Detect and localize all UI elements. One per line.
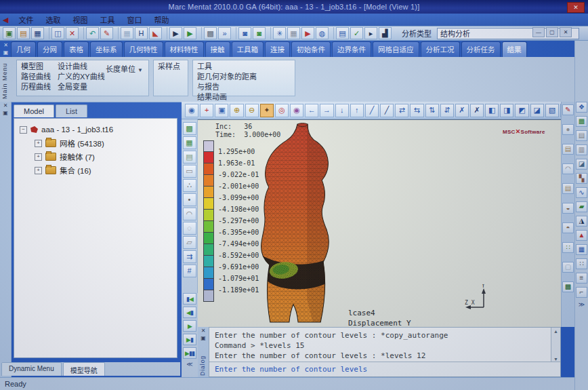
tree-item-集合[interactable]: +集合 (16) xyxy=(14,163,177,177)
rewind-button[interactable]: ▮◀ xyxy=(183,293,196,305)
plot-curves-icon[interactable]: ◠ xyxy=(183,208,196,220)
layers-tool-icon[interactable]: ▰ xyxy=(576,201,587,212)
tree-root-row[interactable]: − aaa - 13 - 1_job3.t16 xyxy=(14,123,177,136)
select-face-icon[interactable]: ▶ xyxy=(184,27,196,39)
pan-up-icon[interactable]: ↑ xyxy=(350,104,364,117)
expand-icon[interactable]: + xyxy=(35,167,42,174)
cube-tool-icon[interactable]: ◪ xyxy=(576,159,587,170)
pin-icon[interactable]: ▣ xyxy=(0,109,11,117)
panel-tab-list[interactable]: List xyxy=(56,104,87,117)
vector-mode-icon[interactable]: » xyxy=(218,27,231,39)
redo-sketch-icon[interactable]: ✎ xyxy=(562,104,574,115)
wedge-tool-icon[interactable]: ◮ xyxy=(576,216,587,227)
arc-tool-icon[interactable]: ◠ xyxy=(562,163,574,174)
ribbon-item-距几何对象的距离[interactable]: 距几何对象的距离 xyxy=(197,72,257,82)
search-icon[interactable]: ◍ xyxy=(316,27,329,39)
view-iso4-icon[interactable]: ◪ xyxy=(530,104,544,117)
ribbon-item-全局变量[interactable]: 全局变量 xyxy=(58,82,105,92)
menu-item-选取[interactable]: 选取 xyxy=(39,14,66,26)
tab-材料特性[interactable]: 材料特性 xyxy=(165,41,204,57)
rotate-y-pos-icon[interactable]: ⇅ xyxy=(425,104,439,117)
pan-down-icon[interactable]: ↓ xyxy=(335,104,349,117)
corner-tool-icon[interactable]: ⌐ xyxy=(576,287,587,298)
list-tool-icon[interactable]: ≡ xyxy=(576,273,587,284)
ribbon-item-结果动画[interactable]: 结果动画 xyxy=(197,92,227,102)
close-icon[interactable]: ✕ xyxy=(3,42,8,48)
tab-几何[interactable]: 几何 xyxy=(11,41,36,57)
pot-tool-icon[interactable]: ◒ xyxy=(562,203,574,214)
tree-item-网格[interactable]: +网格 (54138) xyxy=(14,136,177,150)
grid-icon[interactable]: ▦ xyxy=(121,27,133,39)
plot-points-icon[interactable]: • xyxy=(183,193,196,206)
menu-item-文件[interactable]: 文件 xyxy=(12,14,39,26)
play-pause-button[interactable]: ▶▮▮ xyxy=(183,347,196,359)
view-iso1-icon[interactable]: ◧ xyxy=(485,104,499,117)
beam-section-icon[interactable]: H xyxy=(135,27,148,39)
model-tool-icon[interactable]: ▩ xyxy=(576,116,587,127)
cube-green-icon[interactable]: ▩ xyxy=(562,281,574,292)
tab-表格[interactable]: 表格 xyxy=(64,41,89,57)
rotate-ccw-icon[interactable]: ╱ xyxy=(380,104,394,117)
plot-vectors-icon[interactable]: ⇉ xyxy=(183,250,196,263)
plot2-tool-icon[interactable]: ▦ xyxy=(576,244,587,255)
bottom-tab-0[interactable]: Dynamic Menu xyxy=(1,362,62,376)
pin-icon[interactable]: ▣ xyxy=(3,50,9,56)
preferences-icon[interactable]: ✳ xyxy=(273,27,286,39)
rotate-x-pos-icon[interactable]: ⇄ xyxy=(395,104,408,117)
views-tool-icon[interactable]: ❖ xyxy=(576,102,587,113)
mdi-minimize-button[interactable]: — xyxy=(532,27,545,37)
tab-网格自适应[interactable]: 网格自适应 xyxy=(373,41,419,57)
sphere-tool-icon[interactable]: ● xyxy=(562,124,574,135)
scatter2-tool-icon[interactable]: ∷ xyxy=(576,258,587,269)
overflow-chevron-icon[interactable]: ≫ xyxy=(579,301,585,308)
ribbon-dropdown-长度单位[interactable]: 长度单位 ▼ xyxy=(106,63,143,74)
shade-mode-icon[interactable]: ▩ xyxy=(204,27,217,39)
menu-item-帮助[interactable]: 帮助 xyxy=(148,14,175,26)
play-button[interactable]: ▶ xyxy=(183,320,196,332)
visible-entities-icon[interactable]: ◉ xyxy=(185,104,198,117)
expand-icon[interactable]: + xyxy=(35,153,42,161)
rotate-cw-icon[interactable]: ╱ xyxy=(365,104,379,117)
collapse-strip-icon[interactable]: ≪ xyxy=(186,361,192,368)
edit-sketch-icon[interactable]: ✎ xyxy=(100,27,113,39)
tab-几何特性[interactable]: 几何特性 xyxy=(124,41,163,57)
plot-nodes-icon[interactable]: ∴ xyxy=(183,179,196,192)
new-file-icon[interactable]: ▣ xyxy=(3,27,16,39)
collapse-expander-icon[interactable]: − xyxy=(20,126,27,134)
tab-结果[interactable]: 结果 xyxy=(502,41,527,57)
zoom-in-icon[interactable]: ⊕ xyxy=(230,104,243,117)
tab-坐标系[interactable]: 坐标系 xyxy=(90,41,123,57)
scatter-tool-icon[interactable]: ∷ xyxy=(562,242,574,253)
list-view-icon[interactable]: ▤ xyxy=(336,27,349,39)
rotate-reset-icon[interactable]: ✗ xyxy=(455,104,469,117)
ribbon-item-采样点[interactable]: 采样点 xyxy=(158,62,180,72)
menu-item-工具[interactable]: 工具 xyxy=(93,14,121,26)
plot-outline-icon[interactable]: ▭ xyxy=(183,165,196,178)
pan-icon[interactable]: ✦ xyxy=(260,104,274,117)
scroll-up-icon[interactable]: ▲ xyxy=(553,329,558,334)
pick-icon[interactable]: ▶ xyxy=(301,27,314,39)
tray-tool-icon[interactable]: ▤ xyxy=(562,144,574,155)
expand-icon[interactable]: + xyxy=(35,140,42,147)
snapshot-icon[interactable]: ◙ xyxy=(238,27,251,39)
rotate-y-neg-icon[interactable]: ⇵ xyxy=(440,104,454,117)
check-icon[interactable]: ✓ xyxy=(350,27,363,39)
step-back-button[interactable]: ◀▮ xyxy=(183,307,196,318)
view-front-icon[interactable]: ▧ xyxy=(545,104,559,117)
ribbon-item-模型图[interactable]: 模型图 xyxy=(21,62,51,72)
zoom-box-icon[interactable]: ▣ xyxy=(215,104,228,117)
step-forward-button[interactable]: ▶▮ xyxy=(183,334,196,345)
ribbon-item-设计曲线[interactable]: 设计曲线 xyxy=(58,62,105,72)
section-tool-icon[interactable]: ▤ xyxy=(576,130,587,141)
view-iso2-icon[interactable]: ◨ xyxy=(500,104,513,117)
pot2-tool-icon[interactable]: ◓ xyxy=(562,222,574,233)
open-file-icon[interactable]: ▤ xyxy=(17,27,30,39)
delete-icon[interactable]: ✕ xyxy=(66,27,79,39)
close-icon[interactable]: ✕ xyxy=(198,327,209,334)
blank-tool-icon[interactable]: ▢ xyxy=(562,262,574,273)
animation-capture-icon[interactable]: ◙ xyxy=(253,27,266,39)
tab-接触[interactable]: 接触 xyxy=(205,41,230,57)
close-icon[interactable]: ✕ xyxy=(0,102,11,109)
pan-right-icon[interactable]: → xyxy=(320,104,333,117)
path-tool-icon[interactable]: ∿ xyxy=(576,187,587,198)
